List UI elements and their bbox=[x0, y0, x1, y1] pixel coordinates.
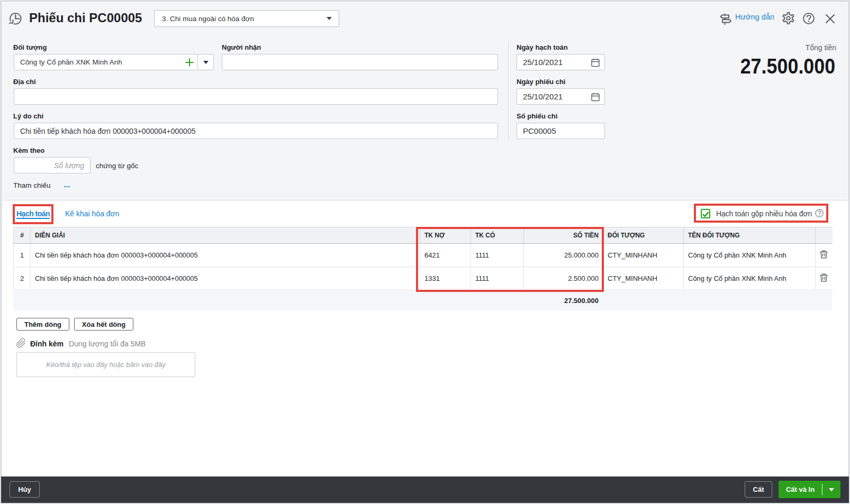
ly-do-chi-label: Lý do chi bbox=[13, 112, 43, 120]
doi-tuong-value: Công ty Cổ phần XNK Minh Anh bbox=[20, 58, 122, 66]
doi-tuong-label: Đối tượng bbox=[13, 43, 47, 51]
nguoi-nhan-input[interactable] bbox=[222, 54, 498, 70]
tong-tien-value: 27.500.000 bbox=[740, 54, 835, 79]
form-divider bbox=[508, 42, 509, 140]
so-phieu-chi-input[interactable]: PC00005 bbox=[517, 123, 605, 139]
dinh-kem-label: Đính kèm bbox=[30, 340, 64, 348]
ngay-hach-toan-input[interactable]: 25/10/2021 bbox=[517, 54, 605, 70]
cell-ten-doi-tuong[interactable]: Công ty Cổ phần XNK Minh Anh bbox=[684, 244, 816, 267]
grid-header-row: # DIỄN GIẢI TK NỢ TK CÓ SỐ TIỀN ĐỐI TƯỢN… bbox=[14, 227, 833, 244]
cat-va-in-label: Cất và In bbox=[779, 485, 822, 493]
cell-tk-no[interactable]: 6421 bbox=[420, 244, 471, 267]
attachment-hint: Dung lượng tối đa 5MB bbox=[69, 340, 146, 348]
calendar-icon[interactable] bbox=[591, 58, 600, 67]
cell-ten-doi-tuong[interactable]: Công ty Cổ phần XNK Minh Anh bbox=[684, 267, 816, 290]
col-actions bbox=[816, 227, 833, 244]
settings-gear-icon[interactable] bbox=[782, 12, 794, 24]
tong-tien-label: Tổng tiền bbox=[806, 43, 836, 52]
cell-tk-co[interactable]: 1111 bbox=[471, 244, 524, 267]
cell-actions bbox=[816, 244, 833, 267]
ngay-phieu-chi-label: Ngày phiếu chi bbox=[517, 78, 565, 86]
delete-row-icon[interactable] bbox=[820, 250, 828, 259]
col-so-tien: SỐ TIỀN bbox=[524, 227, 603, 244]
ngay-phieu-chi-input[interactable]: 25/10/2021 bbox=[517, 88, 605, 105]
cell-doi-tuong[interactable]: CTY_MINHANH bbox=[603, 267, 684, 290]
guide-icon bbox=[720, 13, 732, 25]
tab-hach-toan[interactable]: Hạch toán bbox=[16, 209, 50, 218]
nguoi-nhan-label: Người nhận bbox=[222, 43, 261, 51]
merge-invoices-label: Hạch toán gộp nhiều hóa đơn bbox=[716, 209, 812, 218]
grid-total-row: 27.500.000 bbox=[13, 291, 832, 310]
so-luong-input[interactable]: Số lượng bbox=[14, 157, 91, 173]
tham-chieu-link[interactable]: ... bbox=[64, 180, 70, 189]
guide-link[interactable]: Hướng dẫn bbox=[735, 13, 774, 21]
attachment-dropzone[interactable]: Kéo/thả tệp vào đây hoặc bấm vào đây bbox=[16, 352, 195, 377]
page-title: Phiếu chi PC00005 bbox=[29, 11, 142, 25]
chevron-down-icon bbox=[327, 17, 332, 20]
button-divider bbox=[822, 484, 822, 495]
cell-index: 1 bbox=[14, 244, 31, 267]
footer-bar bbox=[1, 476, 849, 503]
ngay-hach-toan-label: Ngày hạch toán bbox=[517, 43, 568, 51]
col-ten-doi-tuong: TÊN ĐỐI TƯỢNG bbox=[684, 227, 816, 244]
grid-row-1[interactable]: 1 Chi tiền tiếp khách hóa đơn 000003+000… bbox=[14, 244, 833, 267]
cat-button[interactable]: Cất bbox=[745, 481, 772, 498]
print-options-dropdown[interactable] bbox=[822, 488, 840, 491]
voucher-type-value: 3. Chi mua ngoài có hóa đơn bbox=[162, 15, 254, 23]
dia-chi-input[interactable] bbox=[14, 88, 498, 105]
so-phieu-chi-value: PC00005 bbox=[523, 126, 556, 135]
merge-invoices-checkbox[interactable] bbox=[701, 209, 710, 218]
cat-va-in-button[interactable]: Cất và In bbox=[779, 481, 840, 498]
col-index: # bbox=[14, 227, 31, 244]
chevron-down-icon bbox=[829, 488, 834, 491]
cell-tk-no[interactable]: 1331 bbox=[420, 267, 471, 290]
paperclip-icon bbox=[16, 337, 26, 349]
history-icon[interactable] bbox=[7, 11, 25, 28]
doi-tuong-dropdown-button[interactable] bbox=[197, 54, 214, 70]
add-object-icon[interactable] bbox=[185, 58, 194, 67]
col-doi-tuong: ĐỐI TƯỢNG bbox=[603, 227, 684, 244]
huy-button[interactable]: Hủy bbox=[10, 481, 40, 498]
close-icon[interactable] bbox=[825, 14, 835, 24]
dia-chi-label: Địa chỉ bbox=[13, 78, 36, 86]
cell-actions bbox=[816, 267, 833, 290]
cell-so-tien[interactable]: 2.500.000 bbox=[524, 267, 603, 290]
xoa-het-dong-button[interactable]: Xóa hết dòng bbox=[74, 318, 133, 331]
cell-index: 2 bbox=[14, 267, 31, 290]
cell-dien-giai[interactable]: Chi tiền tiếp khách hóa đơn 000003+00000… bbox=[31, 267, 420, 290]
calendar-icon[interactable] bbox=[591, 93, 600, 102]
grid-total-value: 27.500.000 bbox=[13, 297, 599, 305]
col-tk-no: TK NỢ bbox=[420, 227, 471, 244]
ly-do-chi-input[interactable]: Chi tiền tiếp khách hóa đơn 000003+00000… bbox=[14, 123, 498, 139]
help-icon[interactable] bbox=[803, 13, 815, 24]
col-dien-giai: DIỄN GIẢI bbox=[31, 227, 420, 244]
ly-do-chi-value: Chi tiền tiếp khách hóa đơn 000003+00000… bbox=[20, 127, 195, 135]
voucher-type-select[interactable]: 3. Chi mua ngoài có hóa đơn bbox=[154, 10, 339, 27]
cell-doi-tuong[interactable]: CTY_MINHANH bbox=[603, 244, 684, 267]
merge-help-icon[interactable] bbox=[815, 209, 824, 217]
payment-voucher-dialog: Phiếu chi PC00005 3. Chi mua ngoài có hó… bbox=[0, 0, 850, 504]
ngay-hach-toan-value: 25/10/2021 bbox=[523, 58, 563, 67]
chung-tu-goc-text: chứng từ gốc bbox=[96, 162, 138, 170]
cell-so-tien[interactable]: 25.000.000 bbox=[524, 244, 603, 267]
tham-chieu-label: Tham chiếu bbox=[13, 181, 51, 189]
kem-theo-label: Kèm theo bbox=[13, 146, 44, 154]
col-tk-co: TK CÓ bbox=[471, 227, 524, 244]
them-dong-button[interactable]: Thêm dòng bbox=[16, 318, 69, 331]
doi-tuong-input[interactable]: Công ty Cổ phần XNK Minh Anh bbox=[14, 54, 198, 70]
cell-dien-giai[interactable]: Chi tiền tiếp khách hóa đơn 000003+00000… bbox=[31, 244, 420, 267]
ngay-phieu-chi-value: 25/10/2021 bbox=[523, 92, 563, 101]
tab-ke-khai-hoa-don[interactable]: Kê khai hóa đơn bbox=[65, 209, 120, 218]
accounting-grid: # DIỄN GIẢI TK NỢ TK CÓ SỐ TIỀN ĐỐI TƯỢN… bbox=[13, 227, 833, 290]
so-phieu-chi-label: Số phiếu chi bbox=[517, 112, 557, 120]
cell-tk-co[interactable]: 1111 bbox=[471, 267, 524, 290]
grid-row-2[interactable]: 2 Chi tiền tiếp khách hóa đơn 000003+000… bbox=[14, 267, 833, 290]
delete-row-icon[interactable] bbox=[820, 273, 828, 282]
check-icon bbox=[702, 212, 709, 217]
chevron-down-icon bbox=[203, 61, 209, 64]
so-luong-placeholder: Số lượng bbox=[54, 161, 84, 170]
